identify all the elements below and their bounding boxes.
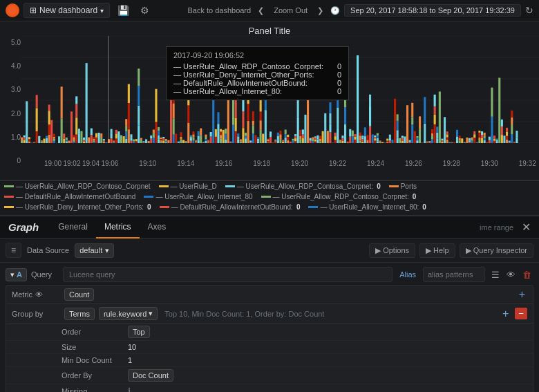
query-a-row: ▾ A Query Alias ☰ 👁 🗑 (6, 267, 533, 282)
sub-label-missing: Missing (62, 387, 124, 393)
back-to-dashboard-link[interactable]: Back to dashboard (187, 6, 251, 15)
tab-axes[interactable]: Axes (140, 216, 175, 239)
grafana-logo[interactable] (6, 3, 19, 17)
legend-color-5 (4, 196, 14, 198)
sub-row-order: Order Top (6, 324, 533, 341)
legend-item-9[interactable]: — DefaultRule_AllowInternetOutBound: 0 (160, 203, 301, 211)
query-letter: A (17, 270, 22, 279)
eye-icon-btn[interactable]: 👁 (504, 269, 518, 281)
legend-color-2 (159, 185, 169, 187)
sub-row-order-by: Order By Doc Count (6, 367, 533, 384)
chevron-down-icon: ▾ (149, 309, 153, 318)
add-row-btn[interactable]: ≡ (6, 243, 21, 258)
legend-item-7[interactable]: — UserRule_Allow_RDP_Contoso_Corpnet: 0 (261, 193, 417, 200)
legend-item-2[interactable]: — UserRule_D (159, 183, 217, 190)
tabs-row: Graph General Metrics Axes ime range ✕ (0, 216, 539, 239)
legend-item-5[interactable]: — DefaultRule_AllowInternetOutBound (4, 193, 135, 200)
query-toggle-a[interactable]: ▾ A (6, 268, 27, 281)
tab-general[interactable]: General (50, 216, 96, 239)
tab-metrics[interactable]: Metrics (96, 216, 140, 239)
legend-color-1 (4, 185, 14, 187)
sub-label-size: Size (62, 343, 124, 351)
query-inspector-btn[interactable]: ▶ Query Inspector (460, 243, 533, 258)
groupby-info: Top 10, Min Doc Count: 1, Order by: Doc … (164, 310, 324, 318)
sub-row-min-doc-count: Min Doc Count 1 (6, 354, 533, 367)
settings-icon[interactable]: ⚙ (137, 3, 153, 17)
help-btn[interactable]: ▶ Help (419, 243, 455, 258)
query-section: ▾ A Query Alias ☰ 👁 🗑 Metric 👁 Count (0, 263, 539, 392)
editor-panel: Graph General Metrics Axes ime range ✕ ≡… (0, 215, 539, 392)
alias-input[interactable] (423, 267, 485, 282)
metrics-section: Metric 👁 Count + Group by Terms rule.key… (6, 285, 533, 392)
legend-item-4[interactable]: Ports (389, 183, 417, 190)
groupby-label: Group by (12, 310, 60, 318)
legend-item-3[interactable]: — UserRule_Allow_RDP_Contosa_Corpnet: 0 (225, 183, 381, 190)
info-icon[interactable]: ℹ (128, 386, 131, 392)
legend-item-10[interactable]: — UserRule_Allow_Internet_80: 0 (308, 203, 426, 211)
sub-value-order-by[interactable]: Doc Count (128, 369, 173, 382)
alias-btn[interactable]: Alias (397, 270, 419, 279)
save-icon[interactable]: 💾 (114, 3, 133, 17)
groupby-row: Group by Terms rule.keyword ▾ Top 10, Mi… (6, 304, 533, 324)
dashboard-title: New dashboard (39, 6, 97, 15)
zoom-right-btn[interactable]: ❯ (314, 5, 326, 17)
legend-color-4 (389, 185, 399, 187)
triangle-icon: ▶ (466, 246, 471, 255)
datasource-label: Data Source (27, 246, 69, 254)
groupby-type-select[interactable]: Terms (64, 308, 95, 320)
list-icon-btn[interactable]: ☰ (489, 269, 502, 281)
metric-row: Metric 👁 Count + (6, 286, 533, 304)
sub-row-missing: Missing ℹ (6, 384, 533, 392)
metric-add-btn[interactable]: + (517, 288, 527, 301)
query-input[interactable] (63, 267, 393, 282)
legend-item-1[interactable]: — UserRule_Allow_RDP_Contoso_Corpnet (4, 183, 151, 190)
options-btn[interactable]: ▶ Options (369, 243, 415, 258)
metric-value-select[interactable]: Count (64, 288, 94, 301)
y-axis: 5.0 4.0 3.0 2.0 1.0 0 (0, 36, 21, 167)
datasource-select[interactable]: default ▾ (75, 243, 114, 258)
x-axis: 19:00 19:02 19:04 19:06 19:08 19:10 19:1… (41, 160, 539, 167)
chart-tooltip: 2017-09-20 19:06:52 — UserRule_Allow_RDP… (166, 46, 349, 100)
legend-item-8[interactable]: — UserRule_Deny_Internet_Other_Ports: 0 (4, 203, 151, 211)
tooltip-row-2: — UserRule_Deny_Internet_Other_Ports: 0 (173, 71, 341, 79)
toolbar-row: ≡ Data Source default ▾ ▶ Options ▶ Help… (0, 239, 539, 263)
groupby-field-select[interactable]: rule.keyword ▾ (99, 307, 158, 320)
dashboard-title-button[interactable]: ⊞ New dashboard ▾ (23, 3, 110, 18)
sub-label-order: Order (62, 328, 124, 336)
delete-icon-btn[interactable]: 🗑 (520, 269, 533, 281)
legend-color-10 (308, 206, 318, 208)
query-row-icons: ☰ 👁 🗑 (489, 269, 533, 281)
time-range-selector[interactable]: Sep 20, 2017 18:58:18 to Sep 20, 2017 19… (344, 4, 521, 17)
legend-color-6 (144, 196, 153, 198)
legend-color-9 (160, 206, 169, 208)
tooltip-title: 2017-09-20 19:06:52 (173, 51, 341, 59)
sub-value-order[interactable]: Top (128, 326, 150, 338)
nav-center: Back to dashboard ❮ Zoom Out ❯ 🕐 Sep 20,… (187, 4, 533, 17)
sub-label-min-doc-count: Min Doc Count (62, 356, 124, 364)
time-range-value: Sep 20, 2017 18:58:18 to Sep 20, 2017 19… (350, 6, 515, 15)
groupby-add-btn[interactable]: + (500, 308, 511, 320)
panel-title: Panel Title (0, 21, 539, 36)
eye-icon[interactable]: 👁 (35, 290, 43, 299)
close-editor-btn[interactable]: ✕ (519, 219, 533, 235)
clock-icon: 🕐 (330, 6, 340, 15)
chart-area: Panel Title 5.0 4.0 3.0 2.0 1.0 0 (0, 21, 539, 180)
top-nav: ⊞ New dashboard ▾ 💾 ⚙ Back to dashboard … (0, 0, 539, 21)
refresh-btn[interactable]: ↻ (525, 5, 533, 16)
sub-value-min-doc-count: 1 (128, 356, 132, 364)
chevron-down-icon: ▾ (105, 246, 109, 255)
tooltip-row-3: — DefaultRule_AllowInternetOutBound: 0 (173, 79, 341, 87)
panel-label: Graph (6, 221, 41, 233)
groupby-remove-btn[interactable]: − (515, 308, 527, 319)
tooltip-row-4: — UserRule_Allow_Internet_80: 0 (173, 87, 341, 95)
legend-color-3 (225, 185, 235, 187)
tooltip-row-1: — UserRule_Allow_RDP_Contoso_Corpnet: 0 (173, 62, 341, 71)
collapse-icon: ▾ (10, 270, 15, 279)
triangle-icon: ▶ (426, 246, 431, 255)
legend-area: — UserRule_Allow_RDP_Contoso_Corpnet — U… (0, 180, 539, 215)
legend-item-6[interactable]: — UserRule_Allow_Internet_80 (144, 193, 252, 200)
legend-color-7 (261, 196, 271, 198)
zoom-left-btn[interactable]: ❮ (255, 5, 267, 17)
time-range-tab: ime range (480, 223, 513, 232)
zoom-out-btn[interactable]: Zoom Out (271, 5, 310, 16)
